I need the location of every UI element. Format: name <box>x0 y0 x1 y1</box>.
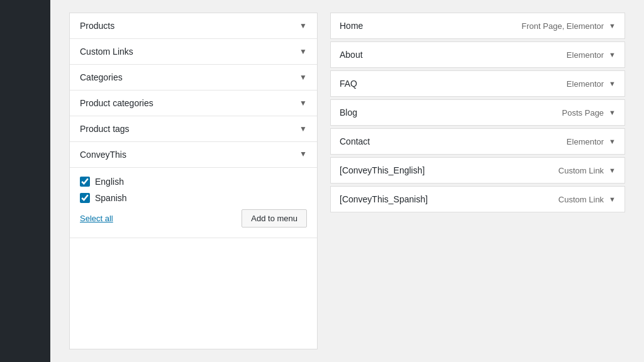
menu-item-label-about: About <box>340 50 363 60</box>
chevron-down-icon-products: ▼ <box>299 21 307 30</box>
select-all-button[interactable]: Select all <box>80 214 113 223</box>
menu-item-right-faq: Elementor ▼ <box>567 79 616 89</box>
accordion-header-products[interactable]: Products ▼ <box>70 13 317 38</box>
accordion-title-custom-links: Custom Links <box>80 47 133 57</box>
chevron-down-icon-blog: ▼ <box>609 109 616 116</box>
menu-item-label-home: Home <box>340 21 363 31</box>
menu-item-label-contact: Contact <box>340 136 370 146</box>
menu-item-conveythis-spanish[interactable]: [ConveyThis_Spanish] Custom Link ▼ <box>330 186 625 212</box>
chevron-down-icon-categories: ▼ <box>299 73 307 82</box>
menu-item-right-home: Front Page, Elementor ▼ <box>521 21 616 31</box>
left-accordion-panel: Products ▼ Custom Links ▼ Categories ▼ <box>69 13 318 349</box>
chevron-down-icon-product-tags: ▼ <box>299 124 307 133</box>
accordion-item-conveythis: ConveyThis ▲ English Spanish Select all … <box>70 142 317 238</box>
accordion-item-products: Products ▼ <box>70 13 317 39</box>
menu-item-type-conveythis-spanish: Custom Link <box>558 195 604 204</box>
add-to-menu-button[interactable]: Add to menu <box>242 209 307 228</box>
menu-item-faq[interactable]: FAQ Elementor ▼ <box>330 70 625 97</box>
accordion-footer: Select all Add to menu <box>80 209 307 228</box>
chevron-down-icon-home: ▼ <box>609 22 616 30</box>
accordion-title-conveythis: ConveyThis <box>80 150 126 160</box>
menu-item-type-blog: Posts Page <box>562 108 604 118</box>
menu-item-about[interactable]: About Elementor ▼ <box>330 41 625 68</box>
chevron-down-icon-conveythis-english: ▼ <box>609 167 616 174</box>
menu-item-type-faq: Elementor <box>567 79 604 89</box>
menu-item-type-contact: Elementor <box>567 137 604 146</box>
accordion-header-custom-links[interactable]: Custom Links ▼ <box>70 39 317 64</box>
accordion-item-product-categories: Product categories ▼ <box>70 90 317 116</box>
chevron-down-icon-about: ▼ <box>609 51 616 58</box>
accordion-header-product-categories[interactable]: Product categories ▼ <box>70 90 317 116</box>
checkbox-label-spanish: Spanish <box>95 193 127 203</box>
checkbox-item-english: English <box>80 177 307 187</box>
chevron-down-icon-contact: ▼ <box>609 138 616 145</box>
menu-item-right-conveythis-spanish: Custom Link ▼ <box>558 195 616 204</box>
accordion-header-categories[interactable]: Categories ▼ <box>70 65 317 90</box>
menu-item-right-blog: Posts Page ▼ <box>562 108 616 118</box>
menu-item-right-contact: Elementor ▼ <box>567 137 616 146</box>
sidebar <box>0 0 50 362</box>
menu-item-home[interactable]: Home Front Page, Elementor ▼ <box>330 13 625 39</box>
accordion-header-conveythis[interactable]: ConveyThis ▲ <box>70 142 317 167</box>
accordion-title-product-tags: Product tags <box>80 124 130 134</box>
menu-item-type-conveythis-english: Custom Link <box>558 166 604 175</box>
accordion-header-product-tags[interactable]: Product tags ▼ <box>70 116 317 141</box>
checkbox-item-spanish: Spanish <box>80 193 307 203</box>
menu-item-label-blog: Blog <box>340 107 357 118</box>
accordion-item-custom-links: Custom Links ▼ <box>70 39 317 65</box>
checkbox-spanish[interactable] <box>80 193 90 203</box>
checkbox-label-english: English <box>95 177 124 187</box>
checkbox-english[interactable] <box>80 177 90 187</box>
chevron-down-icon-custom-links: ▼ <box>299 47 307 56</box>
menu-item-contact[interactable]: Contact Elementor ▼ <box>330 128 625 155</box>
menu-item-blog[interactable]: Blog Posts Page ▼ <box>330 99 625 126</box>
menu-item-conveythis-english[interactable]: [ConveyThis_English] Custom Link ▼ <box>330 157 625 184</box>
menu-item-right-conveythis-english: Custom Link ▼ <box>558 166 616 175</box>
conveythis-content: English Spanish Select all Add to menu <box>70 167 317 238</box>
accordion-item-product-tags: Product tags ▼ <box>70 116 317 142</box>
accordion-title-product-categories: Product categories <box>80 98 153 108</box>
menu-item-type-home: Front Page, Elementor <box>521 21 604 31</box>
menu-items-panel: Home Front Page, Elementor ▼ About Eleme… <box>330 13 625 349</box>
chevron-down-icon-conveythis-spanish: ▼ <box>609 195 616 203</box>
menu-item-label-conveythis-english: [ConveyThis_English] <box>340 165 425 175</box>
accordion-title-products: Products <box>80 21 114 31</box>
accordion-title-categories: Categories <box>80 72 123 82</box>
menu-item-label-conveythis-spanish: [ConveyThis_Spanish] <box>340 194 428 204</box>
accordion-item-categories: Categories ▼ <box>70 65 317 90</box>
menu-item-right-about: Elementor ▼ <box>567 50 616 60</box>
chevron-down-icon-faq: ▼ <box>609 80 616 87</box>
chevron-down-icon-product-categories: ▼ <box>299 99 307 107</box>
chevron-up-icon-conveythis: ▲ <box>299 150 307 159</box>
menu-item-label-faq: FAQ <box>340 79 357 89</box>
menu-item-type-about: Elementor <box>567 50 604 60</box>
